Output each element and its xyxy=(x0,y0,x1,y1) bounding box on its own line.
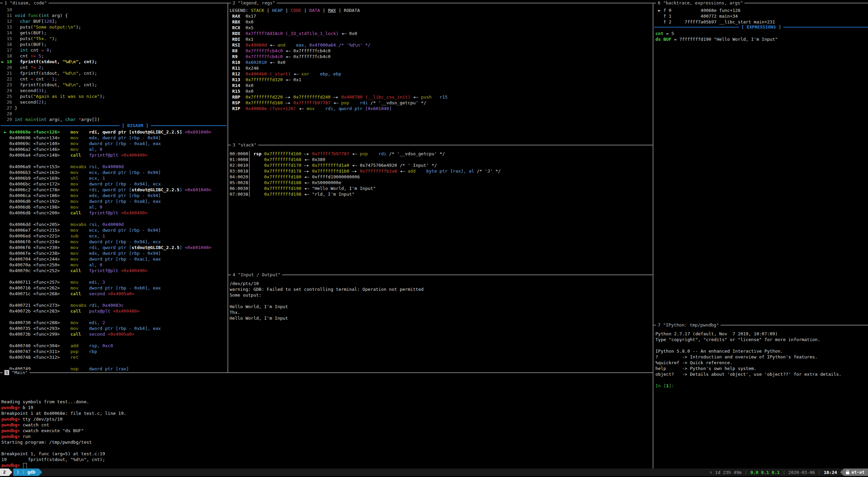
terminal-line xyxy=(1,337,211,343)
stack-listing: 00:0000│ rsp 0x7fffffffd160 —▸ 0x7ffff7b… xyxy=(230,151,501,197)
terminal-line: RSI 0x40080d ◂— and eax, 0x4f000a64 /* '… xyxy=(230,42,448,48)
terminal-line: ds BUF = 7fffffffd190 "Hello World, I'm … xyxy=(655,36,778,42)
terminal-line: 0x4006f0 <func+224> mov dword ptr [rbp -… xyxy=(1,239,211,245)
lock-icon xyxy=(846,472,849,474)
pane-title-stack: 3 "stack" xyxy=(231,142,258,148)
pane-input-output[interactable]: /dev/pts/10warning: GDB: Failed to set c… xyxy=(229,275,653,372)
terminal-line xyxy=(1,297,211,302)
terminal-line: pwndbg> cwatch cnt xyxy=(1,422,126,428)
terminal-line: 0x4006d0 <func+192> mov dword ptr [rbp -… xyxy=(1,198,211,204)
terminal-line: cnt = 5 xyxy=(655,31,778,36)
terminal-line: R12 0x4004b0 (_start) ◂— xor ebp, ebp xyxy=(230,71,448,77)
terminal-line: 0x40072b <func+283> call puts@plt <0x400… xyxy=(1,308,211,314)
terminal-line: pwndbg> tty /dev/pts/10 xyxy=(1,416,126,422)
terminal-line: 0x40073b <func+299> call second <0x4005a… xyxy=(1,331,211,337)
pane-disasm-code[interactable]: 10 11 void func(int arg) { 12 char BUF[1… xyxy=(0,0,228,372)
terminal-line: Breakpoint 1, func (arg=5) at test.c:19 xyxy=(1,451,126,457)
terminal-line: 05:0028│ 0x7fffffffd188 ◂— 0x50000000e xyxy=(230,180,501,186)
expressions-separator-label: [ EXPRESSIONS ] xyxy=(739,24,783,30)
terminal-line xyxy=(655,342,842,348)
terminal-line: 0x4006c2 <func+178> mov rdi, qword ptr [… xyxy=(1,187,211,193)
status-date: 2020-03-06 xyxy=(789,470,815,475)
terminal-line: 13 puts("Some output:\n"); xyxy=(1,24,105,30)
pane-ipython[interactable]: Python 2.7.17 (default, Nov 7 2019, 10:0… xyxy=(654,325,868,468)
terminal-line: 0x4006e7 <func+215> mov ecx, dword ptr [… xyxy=(1,227,211,233)
terminal-line: 0x4006ed <func+221> sub ecx, 1 xyxy=(1,233,211,239)
thin-separator-icon: ⟨ xyxy=(815,470,824,475)
pane-title-main: 5 "Main" xyxy=(3,370,30,375)
pane-title-input-output: 4 "Input / Output" xyxy=(231,272,282,278)
terminal-line: 10 xyxy=(1,7,105,13)
terminal-line: 02:0010│ 0x7fffffffd170 —▸ 0x7fffffffd1a… xyxy=(230,162,501,168)
terminal-line xyxy=(1,393,126,399)
border-left-middle[interactable] xyxy=(228,3,228,373)
terminal-line: 01:0008│ 0x7fffffffd168 ◂— 0x380 xyxy=(230,157,501,162)
pane-legend-regs[interactable]: LEGEND: STACK | HEAP | CODE | DATA | RWX… xyxy=(229,0,653,145)
terminal-line: ► f 0 40068e func+126 xyxy=(655,7,775,13)
registers-listing: LEGEND: STACK | HEAP | CODE | DATA | RWX… xyxy=(230,7,448,111)
terminal-line xyxy=(1,382,126,387)
terminal-line: 0x4006dd <func+205> movabs rsi, 0x40080d xyxy=(1,222,211,227)
hostname-segment: at-at xyxy=(844,469,868,476)
terminal-line: Starting program: /tmp/pwndbg/test xyxy=(1,439,126,445)
status-left: 2 1 ⟩ gdb xyxy=(0,469,42,476)
terminal-line: RDI 0x1 xyxy=(230,36,448,42)
terminal-line: 0x4006f6 <func+230> mov rdi, qword ptr [… xyxy=(1,245,211,250)
terminal-line: R10 0x602010 ◂— 0x0 xyxy=(230,59,448,65)
window-index: 1 xyxy=(17,469,19,476)
terminal-line: 0x4006fe <func+238> mov edx, dword ptr [… xyxy=(1,250,211,256)
terminal-line: 0x4006b3 <func+163> mov ecx, dword ptr [… xyxy=(1,170,211,175)
terminal-line xyxy=(1,158,211,164)
terminal-line xyxy=(1,216,211,222)
pane-title-legend-regs: 2 "legend, regs" xyxy=(231,0,277,6)
disasm-listing: ► 0x40068e <func+126> mov rdi, qword ptr… xyxy=(1,129,211,372)
terminal-line: 0x4006a9 <func+153> movabs rsi, 0x40080d xyxy=(1,164,211,170)
border-middle-right[interactable] xyxy=(653,3,653,469)
io-border[interactable] xyxy=(228,275,653,275)
uptime: 1d 23h 49m xyxy=(715,470,742,475)
terminal-line: 0x4006a4 <func+148> call fprintf@plt <0x… xyxy=(1,152,211,158)
terminal-line: 0x400749 nop dword ptr [rax] xyxy=(1,366,211,372)
terminal-line: 28 xyxy=(1,111,105,117)
terminal-line: f 1 400772 main+34 xyxy=(655,13,775,19)
window-tab-gdb[interactable]: 1 ⟩ gdb xyxy=(13,469,39,476)
terminal-line: 19 fprintf(stdout, "%d\n", cnt); xyxy=(1,457,126,462)
terminal-line: 06:0030│ 0x7fffffffd190 ◂— "Hello World,… xyxy=(230,186,501,191)
terminal-line: pwndbg> xyxy=(1,462,126,468)
disasm-separator-label: [ DISASM ] xyxy=(120,123,151,128)
pane-main-gdb[interactable]: Reading symbols from test...done.pwndbg>… xyxy=(0,373,653,468)
tmux-status-bar: 2 1 ⟩ gdb ↑ 1d 23h 49m ⟨ 0.0 0.1 0.1 ⟨ 2… xyxy=(0,469,868,476)
terminal-line: 22 cnt = cnt - 1; xyxy=(1,76,105,82)
terminal-line: 25 puts("Again as it was so nice"); xyxy=(1,93,105,99)
uptime-arrow-icon: ↑ xyxy=(710,470,712,475)
pane-backtrace-expressions[interactable]: ► f 0 40068e func+126 f 1 400772 main+34… xyxy=(654,0,868,325)
terminal-line: 0x400735 <func+293> mov dword ptr [rbp -… xyxy=(1,325,211,331)
terminal-line: 0x400696 <func+134> mov edx, dword ptr [… xyxy=(1,135,211,141)
main-border[interactable] xyxy=(0,372,653,373)
terminal-line: warning: GDB: Failed to set controlling … xyxy=(230,286,423,292)
thin-separator-icon: ⟨ xyxy=(780,470,789,475)
terminal-line: 0x400740 <func+304> add rsp, 0xc0 xyxy=(1,343,211,349)
source-listing: 10 11 void func(int arg) { 12 char BUF[1… xyxy=(1,7,105,122)
io-listing: /dev/pts/10warning: GDB: Failed to set c… xyxy=(230,281,423,321)
terminal-line: In [1]: xyxy=(655,383,842,389)
terminal-line: 0x40070c <func+252> call fprintf@plt <0x… xyxy=(1,268,211,273)
terminal-line: Breakpoint 1 at 0x40068e: file test.c, l… xyxy=(1,410,126,416)
terminal-line: 0x4006d8 <func+200> call fprintf@plt <0x… xyxy=(1,210,211,216)
terminal-line: LEGEND: STACK | HEAP | CODE | DATA | RWX… xyxy=(230,7,448,13)
terminal-line xyxy=(1,360,211,366)
disasm-separator-line xyxy=(1,125,227,126)
ipython-console: Python 2.7.17 (default, Nov 7 2019, 10:0… xyxy=(655,331,842,389)
terminal-line xyxy=(1,314,211,320)
terminal-line: Python 2.7.17 (default, Nov 7 2019, 10:0… xyxy=(655,331,842,337)
stack-border[interactable] xyxy=(228,145,653,145)
terminal-line: 0x4006b9 <func+169> shl ecx, 1 xyxy=(1,175,211,181)
terminal-line xyxy=(655,377,842,383)
hostname: at-at xyxy=(851,469,865,476)
pane-stack[interactable]: 00:0000│ rsp 0x7fffffffd160 —▸ 0x7ffff7b… xyxy=(229,145,653,275)
terminal-line: ? -> Introduction and overview of IPytho… xyxy=(655,354,842,360)
terminal-line: /dev/pts/10 xyxy=(230,281,423,286)
terminal-line: 20 cnt *= 2; xyxy=(1,65,105,70)
session-name[interactable]: 2 xyxy=(0,469,9,476)
terminal-line xyxy=(230,298,423,304)
